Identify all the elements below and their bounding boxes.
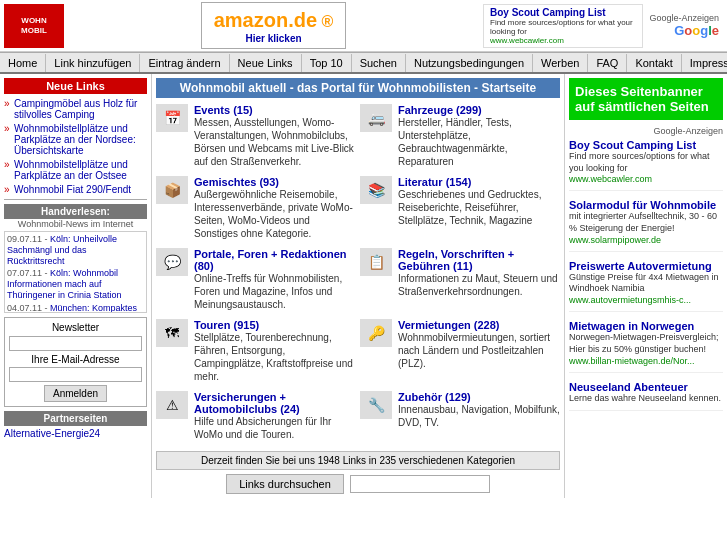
sidebar-link-4[interactable]: Wohnmobil Fiat 290/Fendt — [4, 184, 147, 195]
ad-title-1[interactable]: Boy Scout Camping List — [569, 139, 723, 151]
cat-events-title[interactable]: Events (15) — [194, 104, 356, 116]
ad-title-3[interactable]: Preiswerte Autovermietung — [569, 260, 723, 272]
cat-literatur-icon: 📚 — [360, 176, 392, 204]
news-list: 09.07.11 - Köln: Unheilvolle Sachmängl u… — [4, 231, 147, 313]
search-input[interactable] — [350, 475, 490, 493]
sidebar-divider-1 — [4, 199, 147, 200]
cat-events-icon: 📅 — [156, 104, 188, 132]
cat-gemischtes-icon: 📦 — [156, 176, 188, 204]
ad-block-2: Solarmodul für Wohnmobile mit integriert… — [569, 199, 723, 251]
cat-versicherungen-title[interactable]: Versicherungen + Automobilclubs (24) — [194, 391, 356, 415]
partner-link-1[interactable]: Alternative-Energie24 — [4, 426, 147, 441]
cat-events: 📅 Events (15) Messen, Ausstellungen, Wom… — [156, 104, 356, 168]
amazon-logo: amazon.de ® — [214, 7, 334, 33]
stats-bar: Derzeit finden Sie bei uns 1948 Links in… — [156, 451, 560, 470]
cat-versicherungen-desc: Hilfe und Absicherungen für Ihr WoMo und… — [194, 415, 356, 441]
ad-block-5: Neuseeland Abenteuer Lerne das wahre Neu… — [569, 381, 723, 412]
cat-vermietungen-text: Vermietungen (228) Wohnmobilvermieutunge… — [398, 319, 560, 370]
cat-zubehor-title[interactable]: Zubehör (129) — [398, 391, 560, 403]
news-item-3[interactable]: 04.07.11 - München: Kompaktes Modell für… — [7, 303, 144, 313]
ad-title-2[interactable]: Solarmodul für Wohnmobile — [569, 199, 723, 211]
cat-portale-text: Portale, Foren + Redaktionen (80) Online… — [194, 248, 356, 311]
cat-touren-title[interactable]: Touren (915) — [194, 319, 356, 331]
ad-url-4: www.billan-mietwagen.de/Nor... — [569, 356, 723, 366]
anmelden-button[interactable]: Anmelden — [44, 385, 107, 402]
cat-touren-desc: Stellplätze, Tourenberechnung, Fähren, E… — [194, 331, 356, 383]
cat-fahrzeuge-icon: 🚐 — [360, 104, 392, 132]
sidebar-links: Campingmöbel aus Holz für stilvolles Cam… — [4, 98, 147, 195]
partnerseiten-title: Partnerseiten — [4, 411, 147, 426]
right-sidebar: Dieses Seitenbanner auf sämtlichen Seite… — [565, 74, 727, 498]
cat-zubehor: 🔧 Zubehör (129) Innenausbau, Navigation,… — [360, 391, 560, 441]
ad-url-3: www.autovermietungsmhis-c... — [569, 295, 723, 305]
wohnmobil-logo[interactable]: WOHN MOBIL — [4, 4, 64, 48]
ad-desc-4: Norwegen-Mietwagen-Preisvergleich; Hier … — [569, 332, 723, 355]
newsletter-input[interactable] — [9, 336, 142, 351]
cat-portale-title[interactable]: Portale, Foren + Redaktionen (80) — [194, 248, 356, 272]
handverlesen-sub: Wohnmobil-News im Internet — [4, 219, 147, 229]
boy-scout-ad[interactable]: Boy Scout Camping List Find more sources… — [483, 4, 643, 48]
nav-nutzungsbedingungen[interactable]: Nutzungsbedingungen — [406, 54, 533, 72]
cat-vermietungen: 🔑 Vermietungen (228) Wohnmobilvermieutun… — [360, 319, 560, 383]
cat-literatur-title[interactable]: Literatur (154) — [398, 176, 560, 188]
search-links-button[interactable]: Links durchsuchen — [226, 474, 344, 494]
ad-title-5[interactable]: Neuseeland Abenteuer — [569, 381, 723, 393]
center-content: Wohnmobil aktuell - das Portal für Wohnm… — [152, 74, 565, 498]
news-item-1[interactable]: 09.07.11 - Köln: Unheilvolle Sachmängl u… — [7, 234, 144, 266]
portal-title: Wohnmobil aktuell - das Portal für Wohnm… — [156, 78, 560, 98]
cat-regeln-title[interactable]: Regeln, Vorschriften + Gebühren (11) — [398, 248, 560, 272]
neue-links-title: Neue Links — [4, 78, 147, 94]
cat-touren-text: Touren (915) Stellplätze, Tourenberechnu… — [194, 319, 356, 383]
green-banner: Dieses Seitenbanner auf sämtlichen Seite… — [569, 78, 723, 120]
nav-impressum[interactable]: Impressum — [682, 54, 727, 72]
left-sidebar: Neue Links Campingmöbel aus Holz für sti… — [0, 74, 152, 498]
newsletter-email-input[interactable] — [9, 367, 142, 382]
google-anzeigen-right: Google-Anzeigen — [569, 126, 723, 136]
amazon-tagline: Hier klicken — [214, 33, 334, 44]
ad-block-3: Preiswerte Autovermietung Günstige Preis… — [569, 260, 723, 312]
nav-home[interactable]: Home — [0, 54, 46, 72]
cat-fahrzeuge-desc: Hersteller, Händler, Tests, Unterstehplä… — [398, 116, 560, 168]
ad-block-4: Mietwagen in Norwegen Norwegen-Mietwagen… — [569, 320, 723, 372]
cat-zubehor-text: Zubehör (129) Innenausbau, Navigation, M… — [398, 391, 560, 429]
nav-top10[interactable]: Top 10 — [302, 54, 352, 72]
cat-literatur-desc: Geschriebenes und Gedrucktes, Reiseberic… — [398, 188, 560, 227]
ad-desc-5: Lerne das wahre Neuseeland kennen. — [569, 393, 723, 405]
nav-neue-links[interactable]: Neue Links — [230, 54, 302, 72]
ihre-email-label: Ihre E-Mail-Adresse — [9, 354, 142, 365]
ad-url-1: www.webcawler.com — [569, 174, 723, 184]
categories-grid: 📅 Events (15) Messen, Ausstellungen, Wom… — [156, 104, 560, 445]
cat-gemischtes-title[interactable]: Gemischtes (93) — [194, 176, 356, 188]
google-anzeigen-label: Google-Anzeigen — [643, 13, 719, 23]
cat-literatur: 📚 Literatur (154) Geschriebenes und Gedr… — [360, 176, 560, 240]
cat-vermietungen-title[interactable]: Vermietungen (228) — [398, 319, 560, 331]
nav-faq[interactable]: FAQ — [588, 54, 627, 72]
cat-events-desc: Messen, Ausstellungen, Womo-Veranstaltun… — [194, 116, 356, 168]
sidebar-link-2[interactable]: Wohnmobilstellplätze und Parkplätze an d… — [4, 123, 147, 156]
amazon-banner[interactable]: amazon.de ® Hier klicken — [64, 2, 483, 49]
cat-touren-icon: 🗺 — [156, 319, 188, 347]
ad-title-4[interactable]: Mietwagen in Norwegen — [569, 320, 723, 332]
cat-fahrzeuge: 🚐 Fahrzeuge (299) Hersteller, Händler, T… — [360, 104, 560, 168]
sidebar-link-3[interactable]: Wohnmobilstellplätze und Parkplätze an d… — [4, 159, 147, 181]
nav-link-hinzufugen[interactable]: Link hinzufügen — [46, 54, 140, 72]
cat-touren: 🗺 Touren (915) Stellplätze, Tourenberech… — [156, 319, 356, 383]
cat-events-text: Events (15) Messen, Ausstellungen, Womo-… — [194, 104, 356, 168]
sidebar-link-1[interactable]: Campingmöbel aus Holz für stilvolles Cam… — [4, 98, 147, 120]
ad-desc-2: mit integrierter Aufselltechnik, 30 - 60… — [569, 211, 723, 234]
search-bar: Links durchsuchen — [156, 474, 560, 494]
nav-suchen[interactable]: Suchen — [352, 54, 406, 72]
cat-fahrzeuge-title[interactable]: Fahrzeuge (299) — [398, 104, 560, 116]
cat-fahrzeuge-text: Fahrzeuge (299) Hersteller, Händler, Tes… — [398, 104, 560, 168]
cat-regeln-text: Regeln, Vorschriften + Gebühren (11) Inf… — [398, 248, 560, 298]
nav-eintrag-andern[interactable]: Eintrag ändern — [140, 54, 229, 72]
ad-url-2: www.solarmpipower.de — [569, 235, 723, 245]
nav-kontakt[interactable]: Kontakt — [627, 54, 681, 72]
cat-regeln-desc: Informationen zu Maut, Steuern und Straß… — [398, 272, 560, 298]
cat-versicherungen: ⚠ Versicherungen + Automobilclubs (24) H… — [156, 391, 356, 441]
news-item-2[interactable]: 07.07.11 - Köln: Wohnmobil Informationen… — [7, 268, 144, 300]
cat-vermietungen-desc: Wohnmobilvermieutungen, sortiert nach Lä… — [398, 331, 560, 370]
cat-regeln-icon: 📋 — [360, 248, 392, 276]
nav-werben[interactable]: Werben — [533, 54, 588, 72]
ad-desc-3: Günstige Preise für 4x4 Mietwagen in Win… — [569, 272, 723, 295]
